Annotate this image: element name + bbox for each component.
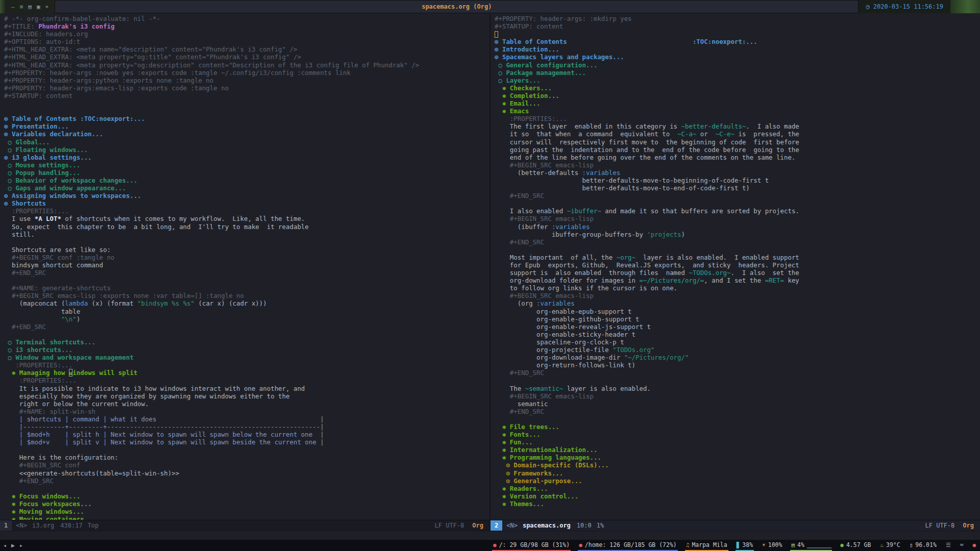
buffer-line[interactable]: #+HTML_HEAD_EXTRA: <meta property="og:de…: [4, 61, 489, 69]
buffer-line[interactable]: (org :variables: [495, 299, 980, 307]
buffer-line[interactable]: right or below the current window.: [4, 400, 489, 408]
buffer-line[interactable]: ○ Behavior of workspace changes...: [4, 177, 489, 184]
buffer-line[interactable]: It is possible to indicate to i3 how win…: [4, 385, 489, 392]
buffer-line[interactable]: org-return-follows-link t): [495, 361, 980, 369]
buffer-line[interactable]: ○ General configuration...: [495, 61, 980, 69]
buffer-line[interactable]: [495, 415, 980, 423]
buffer-line[interactable]: #+BEGIN_SRC emacs-lisp: [495, 161, 980, 169]
buffer-line[interactable]: ✱ Managing how windows will split: [4, 369, 489, 377]
buffer-line[interactable]: ○ Terminal shortcuts...: [4, 338, 489, 346]
echo-area[interactable]: [0, 531, 980, 540]
buffer-line[interactable]: table: [4, 308, 489, 315]
buffer-line[interactable]: ⊕ Presentation...: [4, 122, 489, 130]
buffer-line[interactable]: #+END_SRC: [495, 238, 980, 246]
buffer-line[interactable]: [4, 99, 489, 107]
power[interactable]: ●: [971, 540, 977, 551]
buffer-line[interactable]: Shortcuts are set like so:: [4, 246, 489, 254]
disk-home[interactable]: ●/home: 126 GB/185 GB (72%): [578, 540, 678, 551]
battery[interactable]: ▯96.01%: [909, 540, 938, 551]
buffer-line[interactable]: end of the line before going over the en…: [495, 154, 980, 161]
buffer-line[interactable]: org-download folder for images in =~/Pic…: [495, 277, 980, 284]
memory[interactable]: ●4.57 GB: [839, 540, 872, 551]
buffer-line[interactable]: #+END_SRC: [495, 369, 980, 377]
tray-menu[interactable]: ☰: [945, 540, 952, 551]
buffer-line[interactable]: :PROPERTIES:...: [4, 377, 489, 384]
buffer-line[interactable]: So, expect this chapter to be a bit long…: [4, 223, 489, 231]
buffer-line[interactable]: #+BEGIN_SRC conf :tangle no: [4, 254, 489, 261]
window-layout-icon[interactable]: ▤: [28, 4, 32, 10]
buffer-line[interactable]: ○ Floating windows...: [4, 146, 489, 154]
buffer-line[interactable]: still.: [4, 231, 489, 238]
buffer-line[interactable]: :PROPERTIES:...: [4, 361, 489, 369]
buffer-line[interactable]: ○ Window and workspace management: [4, 354, 489, 361]
next-track-icon[interactable]: ▸: [19, 542, 23, 549]
buffer-line[interactable]: <<generate-shortcuts(table=split-win-sh)…: [4, 469, 489, 477]
buffer-line[interactable]: [4, 238, 489, 246]
buffer-line[interactable]: [495, 246, 980, 254]
buffer-line[interactable]: ⊙ General-purpose...: [495, 477, 980, 485]
buffer-line[interactable]: |-----------+---------+-----------------…: [4, 423, 489, 431]
buffer-line[interactable]: ✱ Version control...: [495, 492, 980, 500]
buffer-line[interactable]: ✱ Moving containers...: [4, 515, 489, 520]
buffer-line[interactable]: ⊕ Shortcuts: [4, 199, 489, 207]
buffer-line[interactable]: ⊕ Assigning windows to workspaces...: [4, 192, 489, 199]
buffer-line[interactable]: ⊕ i3 global settings...: [4, 154, 489, 161]
buffer-line[interactable]: better-defaults-move-to-end-of-code-firs…: [495, 184, 980, 192]
buffer-line[interactable]: #+BEGIN_SRC conf: [4, 461, 489, 469]
buffer-line[interactable]: for Epub exports, Github, Reveal.JS expo…: [495, 261, 980, 269]
volume[interactable]: ▊38%: [736, 540, 754, 551]
buffer-line[interactable]: The first layer enabled in this category…: [495, 122, 980, 130]
buffer-line[interactable]: ○ i3 shortcuts...: [4, 346, 489, 354]
buffer-line[interactable]: org-download-image-dir "~/Pictures/org/": [495, 354, 980, 361]
buffer-line[interactable]: ✱ Readers...: [495, 485, 980, 492]
buffer-line[interactable]: bindsym shortcut command: [4, 261, 489, 269]
titlebar-active-tab[interactable]: spacemacs.org (Org): [55, 0, 859, 13]
buffer-line[interactable]: better-defaults-move-to-beginning-of-cod…: [495, 177, 980, 184]
buffer-line[interactable]: #+HTML_HEAD_EXTRA: <meta name="descripti…: [4, 45, 489, 53]
buffer-line[interactable]: ✱ Email...: [495, 99, 980, 107]
buffer-line[interactable]: ○ Gaps and window appearance...: [4, 184, 489, 192]
buffer-line[interactable]: #+TITLE: Phundrak's i3 config: [4, 22, 489, 30]
buffer-line[interactable]: #+INCLUDE: headers.org: [4, 30, 489, 38]
right-modeline[interactable]: 2 <N> spacemacs.org 10:0 1% LF UTF-8 Org: [491, 520, 980, 531]
buffer-line[interactable]: #+END_SRC: [495, 192, 980, 199]
buffer-line[interactable]: [4, 485, 489, 492]
buffer-line[interactable]: [4, 446, 489, 454]
buffer-line[interactable]: ✱ Themes...: [495, 500, 980, 508]
buffer-line[interactable]: [4, 331, 489, 338]
brightness[interactable]: ☀100%: [761, 540, 783, 551]
buffer-line[interactable]: ✱ Fun...: [495, 438, 980, 446]
buffer-line[interactable]: #+BEGIN_SRC emacs-lisp :exports none :va…: [4, 292, 489, 299]
buffer-line[interactable]: ✱ File trees...: [495, 423, 980, 431]
buffer-line[interactable]: org-enable-sticky-header t: [495, 331, 980, 338]
buffer-line[interactable]: "\n"): [4, 315, 489, 323]
disk-root[interactable]: ●/: 29 GB/98 GB (31%): [492, 540, 571, 551]
buffer-line[interactable]: :PROPERTIES:...: [495, 115, 980, 122]
buffer-line[interactable]: especially how they are organized by spa…: [4, 392, 489, 400]
buffer-line[interactable]: it so that when a command equivalent to …: [495, 130, 980, 138]
buffer-line[interactable]: #+END_SRC: [4, 269, 489, 277]
buffer-line[interactable]: [495, 30, 980, 38]
buffer-line[interactable]: ✱ Moving windows...: [4, 508, 489, 515]
buffer-line[interactable]: ✱ Fonts...: [495, 431, 980, 438]
play-icon[interactable]: ▶: [11, 542, 15, 549]
window-layout-icon[interactable]: ≡: [20, 4, 23, 10]
buffer-line[interactable]: Most important of all, the ~org~ layer i…: [495, 254, 980, 261]
buffer-line[interactable]: :PROPERTIES:...: [4, 207, 489, 215]
buffer-line[interactable]: | shortcuts | command | what it does |: [4, 415, 489, 423]
buffer-line[interactable]: ⊕ Table of Contents :TOC:noexport:...: [495, 38, 980, 45]
buffer-line[interactable]: ibuffer-group-buffers-by 'projects): [495, 231, 980, 238]
buffer-line[interactable]: #+BEGIN_SRC emacs-lisp: [495, 392, 980, 400]
buffer-line[interactable]: ○ Layers...: [495, 77, 980, 84]
buffer-line[interactable]: (mapconcat (lambda (x) (format "bindsym …: [4, 299, 489, 307]
buffer-line[interactable]: ✱ Focus windows...: [4, 492, 489, 500]
buffer-line[interactable]: ⊕ Table of Contents :TOC:noexport:...: [4, 115, 489, 122]
buffer-line[interactable]: The ~semantic~ layer is also enabled.: [495, 385, 980, 392]
buffer-line[interactable]: ○ Global...: [4, 138, 489, 146]
left-modeline[interactable]: 1 <N> i3.org 438:17 Top LF UTF-8 Org: [0, 520, 489, 531]
buffer-line[interactable]: #+PROPERTY: header-args:emacs-lisp :expo…: [4, 84, 489, 92]
buffer-line[interactable]: [495, 199, 980, 207]
cpu[interactable]: ▤4%▁▁▁▁▁▁▁▁: [790, 540, 832, 551]
buffer-line[interactable]: ✱ Focus workspaces...: [4, 500, 489, 508]
buffer-line[interactable]: ⊙ Domain-specific (DSLs)...: [495, 461, 980, 469]
